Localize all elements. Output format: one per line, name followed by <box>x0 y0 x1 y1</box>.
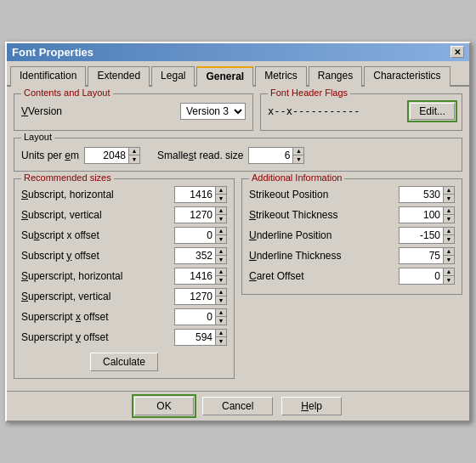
strikeout-pos-row: Strikeout Position ▲ ▼ <box>249 186 455 203</box>
subscript-v-field[interactable] <box>174 206 215 223</box>
strikeout-thick-field[interactable] <box>399 206 443 223</box>
flags-display: x--x----------- <box>268 105 403 117</box>
version-select-wrap[interactable]: Version 3 Version 1 Version 2 <box>180 103 246 120</box>
superscript-v-down[interactable]: ▼ <box>216 296 226 304</box>
superscript-xo-up[interactable]: ▲ <box>216 309 226 317</box>
ok-button[interactable]: OK <box>134 397 194 415</box>
superscript-xo-spinners[interactable]: ▲ ▼ <box>215 308 227 325</box>
superscript-yo-input[interactable]: ▲ ▼ <box>174 329 227 346</box>
superscript-v-input[interactable]: ▲ ▼ <box>174 288 227 305</box>
subscript-xo-spinners[interactable]: ▲ ▼ <box>215 227 227 244</box>
help-button[interactable]: Help <box>281 397 342 415</box>
underline-thick-down[interactable]: ▼ <box>444 256 454 263</box>
units-spinners[interactable]: ▲ ▼ <box>128 147 140 164</box>
units-field[interactable]: 2048 <box>84 147 128 164</box>
superscript-h-down[interactable]: ▼ <box>216 276 226 284</box>
underline-thick-spinners[interactable]: ▲ ▼ <box>443 247 455 264</box>
units-down[interactable]: ▼ <box>129 155 139 163</box>
subscript-v-down[interactable]: ▼ <box>216 215 226 223</box>
subscript-h-input[interactable]: ▲ ▼ <box>174 186 227 203</box>
caret-offset-input[interactable]: ▲ ▼ <box>399 268 455 285</box>
strikeout-thick-down[interactable]: ▼ <box>444 215 454 223</box>
superscript-h-up[interactable]: ▲ <box>216 268 226 276</box>
edit-button[interactable]: Edit... <box>410 103 455 120</box>
subscript-xo-field[interactable] <box>174 227 215 244</box>
tab-identification[interactable]: Identification <box>10 66 86 87</box>
subscript-xo-input[interactable]: ▲ ▼ <box>174 227 227 244</box>
subscript-yo-input[interactable]: ▲ ▼ <box>174 247 227 264</box>
units-up[interactable]: ▲ <box>129 148 139 155</box>
superscript-yo-field[interactable] <box>174 329 215 346</box>
tab-legal[interactable]: Legal <box>151 66 195 87</box>
superscript-xo-field[interactable] <box>174 308 215 325</box>
smallest-spinners[interactable]: ▲ ▼ <box>292 147 304 164</box>
strikeout-thick-up[interactable]: ▲ <box>444 207 454 215</box>
tab-general[interactable]: General <box>196 66 253 87</box>
right-panel: Additional Information Strikeout Positio… <box>241 178 462 379</box>
superscript-h-field[interactable] <box>174 268 215 285</box>
tab-extended[interactable]: Extended <box>88 66 150 87</box>
strikeout-thick-spinners[interactable]: ▲ ▼ <box>443 206 455 223</box>
subscript-h-row: Subscript, horizontal ▲ ▼ <box>21 186 227 203</box>
smallest-down[interactable]: ▼ <box>293 155 303 163</box>
subscript-yo-up[interactable]: ▲ <box>216 248 226 256</box>
underline-pos-input[interactable]: ▲ ▼ <box>399 227 455 244</box>
subscript-xo-row: Subscript x offset ▲ ▼ <box>21 227 227 244</box>
cancel-button[interactable]: Cancel <box>202 397 273 415</box>
font-header-title: Font Header Flags <box>268 88 350 98</box>
caret-offset-spinners[interactable]: ▲ ▼ <box>443 268 455 285</box>
close-button[interactable]: ✕ <box>450 46 464 58</box>
superscript-xo-down[interactable]: ▼ <box>216 317 226 325</box>
superscript-v-up[interactable]: ▲ <box>216 289 226 296</box>
smallest-input[interactable]: 6 ▲ ▼ <box>248 147 304 164</box>
superscript-v-row: Superscript, vertical ▲ ▼ <box>21 288 227 305</box>
subscript-v-spinners[interactable]: ▲ ▼ <box>215 206 227 223</box>
strikeout-pos-down[interactable]: ▼ <box>444 195 454 202</box>
caret-offset-field[interactable] <box>399 268 443 285</box>
caret-offset-down[interactable]: ▼ <box>444 276 454 284</box>
units-input[interactable]: 2048 ▲ ▼ <box>84 147 140 164</box>
subscript-yo-label: Subscript y offset <box>21 250 174 262</box>
superscript-v-spinners[interactable]: ▲ ▼ <box>215 288 227 305</box>
strikeout-pos-spinners[interactable]: ▲ ▼ <box>443 186 455 203</box>
caret-offset-up[interactable]: ▲ <box>444 268 454 276</box>
subscript-xo-down[interactable]: ▼ <box>216 235 226 243</box>
superscript-yo-up[interactable]: ▲ <box>216 330 226 337</box>
subscript-v-up[interactable]: ▲ <box>216 207 226 215</box>
subscript-yo-down[interactable]: ▼ <box>216 256 226 263</box>
subscript-yo-field[interactable] <box>174 247 215 264</box>
smallest-field[interactable]: 6 <box>248 147 292 164</box>
superscript-yo-spinners[interactable]: ▲ ▼ <box>215 329 227 346</box>
subscript-xo-up[interactable]: ▲ <box>216 228 226 235</box>
version-select[interactable]: Version 3 Version 1 Version 2 <box>180 103 246 120</box>
subscript-v-input[interactable]: ▲ ▼ <box>174 206 227 223</box>
underline-thick-field[interactable] <box>399 247 443 264</box>
underline-thick-input[interactable]: ▲ ▼ <box>399 247 455 264</box>
underline-pos-spinners[interactable]: ▲ ▼ <box>443 227 455 244</box>
subscript-h-spinners[interactable]: ▲ ▼ <box>215 186 227 203</box>
strikeout-pos-field[interactable] <box>399 186 443 203</box>
calculate-button[interactable]: Calculate <box>90 353 158 371</box>
underline-pos-field[interactable] <box>399 227 443 244</box>
underline-pos-label: Underline Position <box>249 229 399 241</box>
smallest-up[interactable]: ▲ <box>293 148 303 155</box>
strikeout-thick-input[interactable]: ▲ ▼ <box>399 206 455 223</box>
strikeout-pos-input[interactable]: ▲ ▼ <box>399 186 455 203</box>
superscript-v-field[interactable] <box>174 288 215 305</box>
tab-characteristics[interactable]: Characteristics <box>364 66 450 87</box>
superscript-h-input[interactable]: ▲ ▼ <box>174 268 227 285</box>
superscript-h-spinners[interactable]: ▲ ▼ <box>215 268 227 285</box>
underline-thick-up[interactable]: ▲ <box>444 248 454 256</box>
underline-pos-up[interactable]: ▲ <box>444 228 454 235</box>
subscript-h-down[interactable]: ▼ <box>216 195 226 202</box>
superscript-v-label: Superscript, vertical <box>21 291 174 302</box>
subscript-h-up[interactable]: ▲ <box>216 187 226 195</box>
tab-ranges[interactable]: Ranges <box>309 66 362 87</box>
superscript-yo-down[interactable]: ▼ <box>216 337 226 345</box>
tab-metrics[interactable]: Metrics <box>255 66 307 87</box>
strikeout-pos-up[interactable]: ▲ <box>444 187 454 195</box>
underline-pos-down[interactable]: ▼ <box>444 235 454 243</box>
subscript-yo-spinners[interactable]: ▲ ▼ <box>215 247 227 264</box>
superscript-xo-input[interactable]: ▲ ▼ <box>174 308 227 325</box>
subscript-h-field[interactable] <box>174 186 215 203</box>
